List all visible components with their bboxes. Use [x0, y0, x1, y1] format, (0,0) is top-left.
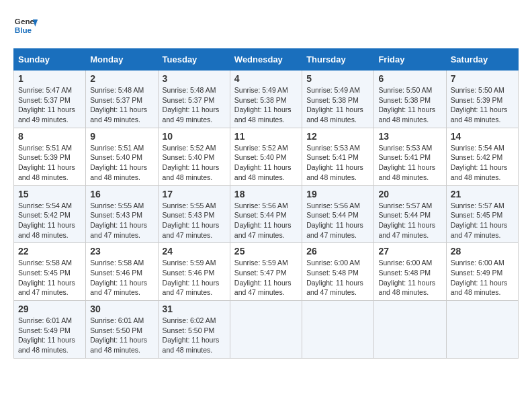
day-info: Sunrise: 6:00 AM Sunset: 5:48 PM Dayligh…	[378, 258, 441, 298]
day-number: 30	[90, 304, 153, 314]
day-info: Sunrise: 5:51 AM Sunset: 5:40 PM Dayligh…	[90, 143, 153, 183]
day-cell: 9 Sunrise: 5:51 AM Sunset: 5:40 PM Dayli…	[86, 128, 158, 185]
day-number: 16	[90, 189, 153, 199]
day-number: 13	[378, 131, 441, 142]
day-number: 3	[163, 73, 226, 84]
day-number: 5	[306, 73, 369, 84]
day-cell: 19 Sunrise: 5:56 AM Sunset: 5:44 PM Dayl…	[302, 185, 374, 243]
header-cell-friday: Friday	[374, 49, 446, 71]
day-info: Sunrise: 5:53 AM Sunset: 5:41 PM Dayligh…	[306, 143, 369, 183]
header-cell-sunday: Sunday	[14, 49, 86, 71]
day-cell: 15 Sunrise: 5:54 AM Sunset: 5:42 PM Dayl…	[14, 185, 86, 243]
day-number: 27	[378, 246, 441, 257]
day-cell: 24 Sunrise: 5:59 AM Sunset: 5:46 PM Dayl…	[158, 243, 230, 301]
header-cell-saturday: Saturday	[446, 49, 518, 71]
day-cell: 18 Sunrise: 5:56 AM Sunset: 5:44 PM Dayl…	[230, 185, 302, 243]
day-info: Sunrise: 6:00 AM Sunset: 5:48 PM Dayligh…	[306, 258, 369, 298]
day-number: 26	[306, 246, 369, 257]
day-cell: 23 Sunrise: 5:58 AM Sunset: 5:46 PM Dayl…	[86, 243, 158, 301]
day-cell: 26 Sunrise: 6:00 AM Sunset: 5:48 PM Dayl…	[302, 243, 374, 301]
day-cell: 5 Sunrise: 5:49 AM Sunset: 5:38 PM Dayli…	[302, 71, 374, 128]
day-number: 11	[234, 131, 298, 142]
day-number: 22	[18, 246, 81, 257]
day-info: Sunrise: 6:02 AM Sunset: 5:50 PM Dayligh…	[163, 316, 226, 355]
day-info: Sunrise: 5:50 AM Sunset: 5:38 PM Dayligh…	[378, 85, 441, 125]
day-cell: 25 Sunrise: 5:59 AM Sunset: 5:47 PM Dayl…	[230, 243, 302, 301]
day-cell	[302, 301, 374, 359]
day-number: 31	[163, 304, 226, 314]
day-cell: 17 Sunrise: 5:55 AM Sunset: 5:43 PM Dayl…	[158, 185, 230, 243]
header-cell-monday: Monday	[86, 49, 158, 71]
header-cell-tuesday: Tuesday	[158, 49, 230, 71]
day-cell: 22 Sunrise: 5:58 AM Sunset: 5:45 PM Dayl…	[14, 243, 86, 301]
day-cell: 20 Sunrise: 5:57 AM Sunset: 5:44 PM Dayl…	[374, 185, 446, 243]
day-number: 14	[451, 131, 514, 142]
calendar-header-row: SundayMondayTuesdayWednesdayThursdayFrid…	[14, 49, 519, 71]
day-cell: 16 Sunrise: 5:55 AM Sunset: 5:43 PM Dayl…	[86, 185, 158, 243]
day-number: 20	[378, 189, 441, 199]
day-info: Sunrise: 6:01 AM Sunset: 5:49 PM Dayligh…	[18, 316, 81, 355]
calendar-table: SundayMondayTuesdayWednesdayThursdayFrid…	[13, 48, 519, 359]
day-cell: 13 Sunrise: 5:53 AM Sunset: 5:41 PM Dayl…	[374, 128, 446, 185]
day-cell: 3 Sunrise: 5:48 AM Sunset: 5:37 PM Dayli…	[158, 71, 230, 128]
week-row-4: 22 Sunrise: 5:58 AM Sunset: 5:45 PM Dayl…	[14, 243, 519, 301]
day-number: 4	[234, 73, 298, 84]
day-cell: 6 Sunrise: 5:50 AM Sunset: 5:38 PM Dayli…	[374, 71, 446, 128]
day-info: Sunrise: 5:59 AM Sunset: 5:46 PM Dayligh…	[163, 258, 226, 298]
day-number: 23	[90, 246, 153, 257]
day-cell: 10 Sunrise: 5:52 AM Sunset: 5:40 PM Dayl…	[158, 128, 230, 185]
day-number: 19	[306, 189, 369, 199]
header-cell-thursday: Thursday	[302, 49, 374, 71]
day-cell: 7 Sunrise: 5:50 AM Sunset: 5:39 PM Dayli…	[446, 71, 518, 128]
day-info: Sunrise: 5:55 AM Sunset: 5:43 PM Dayligh…	[163, 201, 226, 240]
day-info: Sunrise: 5:57 AM Sunset: 5:44 PM Dayligh…	[378, 201, 441, 240]
day-number: 29	[18, 304, 81, 314]
day-cell: 31 Sunrise: 6:02 AM Sunset: 5:50 PM Dayl…	[158, 301, 230, 359]
day-info: Sunrise: 5:58 AM Sunset: 5:45 PM Dayligh…	[18, 258, 81, 298]
logo-icon: General Blue	[13, 13, 38, 38]
week-row-5: 29 Sunrise: 6:01 AM Sunset: 5:49 PM Dayl…	[14, 301, 519, 359]
day-number: 28	[451, 246, 514, 257]
week-row-1: 1 Sunrise: 5:47 AM Sunset: 5:37 PM Dayli…	[14, 71, 519, 128]
day-number: 10	[163, 131, 226, 142]
day-number: 8	[18, 131, 81, 142]
day-number: 17	[163, 189, 226, 199]
day-cell: 1 Sunrise: 5:47 AM Sunset: 5:37 PM Dayli…	[14, 71, 86, 128]
day-info: Sunrise: 5:57 AM Sunset: 5:45 PM Dayligh…	[451, 201, 514, 240]
day-cell	[374, 301, 446, 359]
day-cell: 2 Sunrise: 5:48 AM Sunset: 5:37 PM Dayli…	[86, 71, 158, 128]
day-number: 2	[90, 73, 153, 84]
day-cell: 30 Sunrise: 6:01 AM Sunset: 5:50 PM Dayl…	[86, 301, 158, 359]
day-number: 18	[234, 189, 298, 199]
header: General Blue	[13, 13, 519, 38]
day-info: Sunrise: 5:50 AM Sunset: 5:39 PM Dayligh…	[451, 85, 514, 125]
day-cell: 12 Sunrise: 5:53 AM Sunset: 5:41 PM Dayl…	[302, 128, 374, 185]
day-info: Sunrise: 5:51 AM Sunset: 5:39 PM Dayligh…	[18, 143, 81, 183]
day-info: Sunrise: 5:55 AM Sunset: 5:43 PM Dayligh…	[90, 201, 153, 240]
day-info: Sunrise: 5:47 AM Sunset: 5:37 PM Dayligh…	[18, 85, 81, 125]
day-info: Sunrise: 5:59 AM Sunset: 5:47 PM Dayligh…	[234, 258, 298, 298]
day-info: Sunrise: 5:52 AM Sunset: 5:40 PM Dayligh…	[234, 143, 298, 183]
day-number: 9	[90, 131, 153, 142]
day-cell: 8 Sunrise: 5:51 AM Sunset: 5:39 PM Dayli…	[14, 128, 86, 185]
day-number: 1	[18, 73, 81, 84]
svg-text:Blue: Blue	[15, 26, 32, 34]
day-cell: 27 Sunrise: 6:00 AM Sunset: 5:48 PM Dayl…	[374, 243, 446, 301]
day-number: 7	[451, 73, 514, 84]
day-number: 21	[451, 189, 514, 199]
day-cell: 4 Sunrise: 5:49 AM Sunset: 5:38 PM Dayli…	[230, 71, 302, 128]
day-number: 12	[306, 131, 369, 142]
header-cell-wednesday: Wednesday	[230, 49, 302, 71]
day-number: 15	[18, 189, 81, 199]
day-info: Sunrise: 5:54 AM Sunset: 5:42 PM Dayligh…	[451, 143, 514, 183]
day-info: Sunrise: 5:56 AM Sunset: 5:44 PM Dayligh…	[306, 201, 369, 240]
day-number: 25	[234, 246, 298, 257]
week-row-2: 8 Sunrise: 5:51 AM Sunset: 5:39 PM Dayli…	[14, 128, 519, 185]
day-info: Sunrise: 6:00 AM Sunset: 5:49 PM Dayligh…	[451, 258, 514, 298]
day-cell: 21 Sunrise: 5:57 AM Sunset: 5:45 PM Dayl…	[446, 185, 518, 243]
day-info: Sunrise: 5:54 AM Sunset: 5:42 PM Dayligh…	[18, 201, 81, 240]
day-number: 6	[378, 73, 441, 84]
day-info: Sunrise: 5:56 AM Sunset: 5:44 PM Dayligh…	[234, 201, 298, 240]
day-info: Sunrise: 5:48 AM Sunset: 5:37 PM Dayligh…	[163, 85, 226, 125]
day-info: Sunrise: 5:58 AM Sunset: 5:46 PM Dayligh…	[90, 258, 153, 298]
